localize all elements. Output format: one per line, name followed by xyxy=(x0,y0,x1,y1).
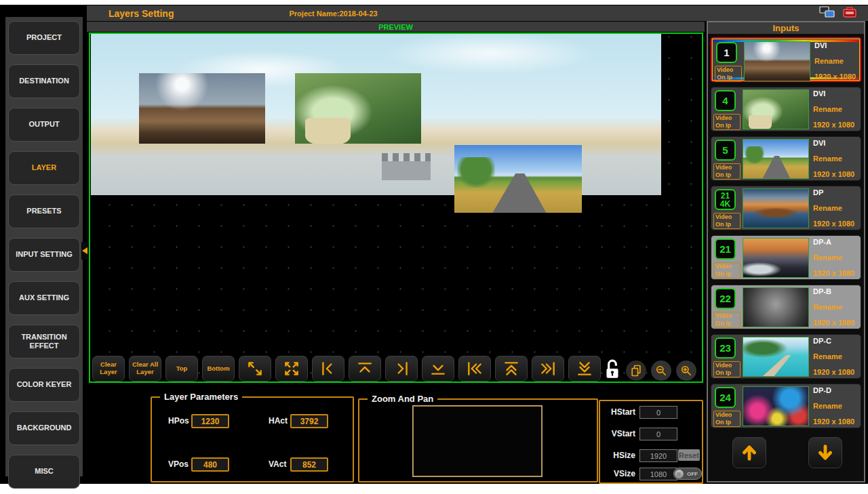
hstart-field[interactable]: 0 xyxy=(639,406,677,419)
bottom-button[interactable]: Bottom xyxy=(202,356,235,382)
video-on-ip-badge[interactable]: VideoOn Ip xyxy=(713,262,741,279)
sidebar-item-color-keyer[interactable]: COLOR KEYER xyxy=(8,368,80,402)
hpos-field[interactable]: 1230 xyxy=(191,414,229,428)
layer-parameters-group: Layer Parameters HPos 1230 HAct 3792 VPo… xyxy=(151,396,354,482)
hpos-label: HPos xyxy=(168,416,189,426)
vsize-toggle[interactable]: || OFF xyxy=(673,468,702,480)
rename-button[interactable]: Rename xyxy=(813,155,842,163)
scroll-up-button[interactable] xyxy=(732,437,766,468)
align-right-icon[interactable] xyxy=(385,356,418,382)
hact-field[interactable]: 3792 xyxy=(290,414,328,428)
dual-display-icon[interactable] xyxy=(819,6,835,21)
move-far-left-icon[interactable] xyxy=(458,356,491,382)
input-thumbnail xyxy=(743,89,809,129)
swap-diagonal-icon[interactable] xyxy=(239,356,271,382)
move-far-top-icon[interactable] xyxy=(495,356,528,382)
vact-label: VAct xyxy=(269,459,286,469)
vact-field[interactable]: 852 xyxy=(290,457,328,472)
input-thumbnail xyxy=(743,287,809,327)
align-left-icon[interactable] xyxy=(312,356,344,382)
expand-icon[interactable] xyxy=(275,356,308,382)
sidebar: PROJECT DESTINATION OUTPUT LAYER PRESETS… xyxy=(5,17,83,476)
layer-plant-image[interactable] xyxy=(295,73,421,144)
inputs-panel: Inputs 1 VideoOn Ip DVI Rename 1920 x 10… xyxy=(707,21,865,482)
input-item-23[interactable]: 23 VideoOn Ip DP-C Rename 1920 x 1080 xyxy=(711,334,861,379)
top-button[interactable]: Top xyxy=(165,356,198,382)
input-item-21-4k[interactable]: 214K VideoOn Ip DP Rename 1920 x 1080 xyxy=(711,186,861,230)
sidebar-item-aux-setting[interactable]: AUX SETTING xyxy=(8,281,80,315)
sidebar-item-destination[interactable]: DESTINATION xyxy=(8,64,80,98)
application-window: Layers Setting Project Name:2018-04-23 P… xyxy=(0,5,868,484)
input-resolution: 1920 x 1080 xyxy=(813,368,854,376)
project-name-label: Project Name:2018-04-23 xyxy=(289,9,377,18)
sidebar-item-layer[interactable]: LAYER xyxy=(8,151,80,185)
zoom-pan-rect[interactable] xyxy=(413,406,542,476)
rename-button[interactable]: Rename xyxy=(813,204,842,212)
size-start-group: HStart 0 VStart 0 HSize 1920 Reset VSize… xyxy=(599,400,703,484)
lock-open-icon[interactable] xyxy=(604,358,621,383)
hact-label: HAct xyxy=(269,416,288,426)
video-on-ip-badge[interactable]: VideoOn Ip xyxy=(713,411,741,427)
inputs-header: Inputs xyxy=(708,22,864,34)
zoom-pan-area[interactable] xyxy=(412,405,542,477)
sidebar-item-misc[interactable]: MISC xyxy=(8,455,80,489)
video-on-ip-badge[interactable]: VideoOn Ip xyxy=(713,163,741,180)
sidebar-item-background[interactable]: BACKGROUND xyxy=(8,411,80,445)
preview-canvas[interactable]: Clear Layer Clear All Layer Top Bottom xyxy=(89,33,703,383)
video-on-ip-badge[interactable]: VideoOn Ip xyxy=(713,114,741,130)
video-on-ip-badge[interactable]: VideoOn Ip xyxy=(713,213,741,229)
video-on-ip-badge[interactable]: VideoOn Ip xyxy=(715,66,742,82)
input-item-1[interactable]: 1 VideoOn Ip DVI Rename 1920 x 1080 xyxy=(711,37,861,82)
input-item-5[interactable]: 5 VideoOn Ip DVI Rename 1920 x 1080 xyxy=(711,136,861,181)
page-title: Layers Setting xyxy=(108,8,174,19)
vsize-field[interactable]: 1080 xyxy=(639,468,677,480)
input-item-22[interactable]: 22 VideoOn Ip DP-B Rename 1920 x 1080 xyxy=(711,285,861,329)
clear-layer-button[interactable]: Clear Layer xyxy=(92,356,125,382)
video-on-ip-badge[interactable]: VideoOn Ip xyxy=(713,361,741,377)
rename-button[interactable]: Rename xyxy=(813,253,842,262)
copy-icon[interactable] xyxy=(626,361,646,381)
input-type-label: DP-B xyxy=(813,287,831,295)
dam-structure xyxy=(382,153,431,180)
move-far-right-icon[interactable] xyxy=(532,356,564,382)
vpos-label: VPos xyxy=(168,459,189,469)
rename-button[interactable]: Rename xyxy=(814,57,844,65)
zoom-out-icon[interactable] xyxy=(651,361,671,381)
sidebar-item-transition-effect[interactable]: TRANSITION EFFECT xyxy=(8,325,80,358)
input-thumbnail xyxy=(743,188,809,228)
zoom-and-pan-title: Zoom And Pan xyxy=(368,394,437,404)
hsize-field[interactable]: 1920 xyxy=(639,449,677,462)
sidebar-item-project[interactable]: PROJECT xyxy=(8,21,80,55)
layer-road-image[interactable] xyxy=(454,145,582,213)
sidebar-item-output[interactable]: OUTPUT xyxy=(8,108,80,142)
preview-label: PREVIEW xyxy=(378,23,413,31)
clear-all-layer-button[interactable]: Clear All Layer xyxy=(129,356,161,382)
rename-button[interactable]: Rename xyxy=(813,402,842,410)
input-item-21-dpa[interactable]: 21 VideoOn Ip DP-A Rename 1920 x 1080 xyxy=(711,235,861,280)
align-top-icon[interactable] xyxy=(349,356,381,382)
layer-canyon-image[interactable] xyxy=(139,73,265,144)
input-thumbnail xyxy=(743,238,809,278)
rename-button[interactable]: Rename xyxy=(813,352,842,361)
rename-button[interactable]: Rename xyxy=(813,105,842,113)
vpos-field[interactable]: 480 xyxy=(191,457,229,472)
vstart-field[interactable]: 0 xyxy=(639,428,677,440)
sidebar-item-presets[interactable]: PRESETS xyxy=(8,194,80,228)
scroll-down-button[interactable] xyxy=(808,437,842,468)
layer-parameters-title: Layer Parameters xyxy=(160,392,242,402)
rename-button[interactable]: Rename xyxy=(813,303,842,311)
input-item-24[interactable]: 24 VideoOn Ip DP-D Rename 1920 x 1080 xyxy=(711,384,861,428)
preview-header: PREVIEW xyxy=(87,22,705,32)
input-item-4[interactable]: 4 VideoOn Ip DVI Rename 1920 x 1080 xyxy=(711,87,861,131)
input-type-label: DP-A xyxy=(813,238,831,246)
zoom-in-icon[interactable] xyxy=(676,361,696,381)
video-on-ip-badge[interactable]: VideoOn Ip xyxy=(713,312,741,328)
reset-button[interactable]: Reset xyxy=(678,449,700,461)
move-far-bottom-icon[interactable] xyxy=(568,356,601,382)
printer-icon[interactable] xyxy=(842,6,857,21)
align-bottom-icon[interactable] xyxy=(422,356,454,382)
sidebar-collapse-handle[interactable] xyxy=(81,242,88,260)
top-bar: Layers Setting Project Name:2018-04-23 xyxy=(87,5,868,21)
sidebar-item-input-setting[interactable]: INPUT SETTING xyxy=(8,238,80,272)
canvas-tools xyxy=(604,358,696,383)
